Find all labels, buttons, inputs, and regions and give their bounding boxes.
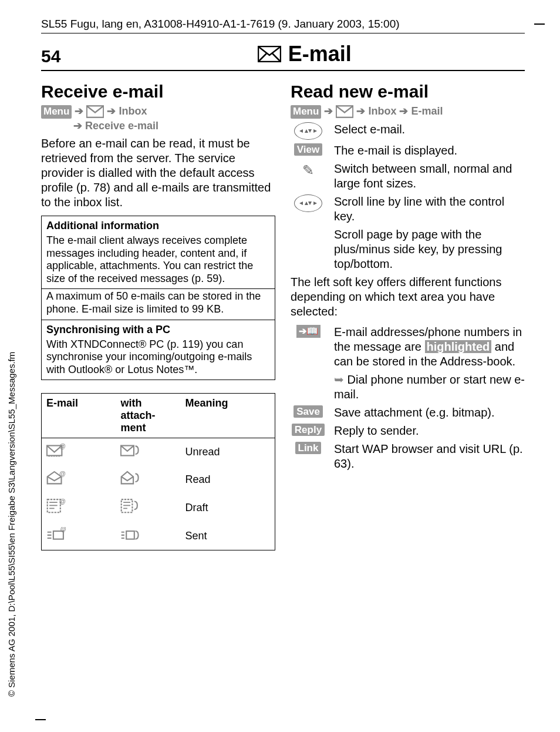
path-email: E-mail: [411, 105, 443, 117]
arrow-icon: ➔: [107, 105, 119, 117]
email-icon-table: E-mail with attach-ment Meaning @ Unread…: [41, 393, 275, 550]
addressbook-desc: E-mail addresses/phone numbers in the me…: [334, 325, 525, 369]
arrow-icon: ➔: [75, 105, 86, 117]
arrow-icon: ➔: [356, 105, 368, 117]
scroll-page-desc: Scroll page by page with the plus/minus …: [334, 227, 525, 271]
receive-body: Before an e-mail can be read, it must be…: [41, 136, 275, 210]
page-title: E-mail: [84, 42, 525, 66]
doc-path: SL55 Fugu, lang en, A31008-H4910-A1-1-76…: [41, 18, 400, 30]
item-dial: ➥ Dial phone number or start new e-mail.: [291, 372, 525, 402]
read-menu-path: Menu ➔ ➔ Inbox ➔ E-mail: [291, 104, 525, 119]
arrow-icon: ➔: [399, 105, 411, 117]
page-number: 54: [41, 46, 60, 66]
receive-heading: Receive e-mail: [41, 82, 275, 102]
meaning-draft: Draft: [180, 493, 275, 522]
item-addressbook: ➔📖 E-mail addresses/phone numbers in the…: [291, 325, 525, 369]
svg-rect-8: [122, 499, 133, 512]
view-desc: The e-mail is displayed.: [334, 143, 525, 158]
read-heading: Read new e-mail: [291, 82, 525, 102]
reply-desc: Reply to sender.: [334, 424, 525, 438]
meaning-read: Read: [180, 466, 275, 493]
page-title-text: E-mail: [288, 42, 352, 66]
sent-email-icon: @: [46, 527, 66, 542]
draft-email-icon: @: [46, 498, 66, 515]
unread-email-icon: @: [46, 443, 66, 458]
receive-menu-path: Menu ➔ ➔ Inbox ➔ Receive e-mail: [41, 104, 275, 133]
handset-icon: ➥: [334, 373, 348, 386]
crop-mark-icon: [534, 23, 545, 25]
crop-mark-icon: [35, 719, 46, 720]
read-attach-icon: [120, 471, 140, 486]
svg-text:@: @: [59, 471, 66, 477]
table-row: @ Unread: [42, 438, 275, 466]
reply-softkey[interactable]: Reply: [292, 424, 325, 436]
th-attach: with attach-ment: [116, 394, 180, 438]
info-box: Additional information The e-mail client…: [41, 216, 275, 380]
item-scroll-line: ◂ ▴▾ ▸ Scroll line by line with the cont…: [291, 194, 525, 224]
svg-text:@: @: [60, 527, 66, 532]
page-title-row: 54 E-mail: [41, 42, 525, 71]
item-scroll-page: Scroll page by page with the plus/minus …: [291, 227, 525, 271]
th-email: E-mail: [42, 394, 116, 438]
table-row: @ Read: [42, 466, 275, 493]
softkey-intro: The left soft key offers different funct…: [291, 275, 525, 319]
pen-icon: ✎: [296, 162, 320, 179]
meaning-unread: Unread: [180, 438, 275, 466]
svg-rect-11: [127, 531, 135, 539]
svg-rect-9: [53, 531, 63, 539]
link-softkey[interactable]: Link: [295, 442, 322, 454]
save-softkey[interactable]: Save: [294, 405, 323, 418]
item-view: View The e-mail is displayed.: [291, 143, 525, 158]
view-softkey[interactable]: View: [294, 143, 322, 156]
item-font: ✎ Switch between small, normal and large…: [291, 162, 525, 191]
path-inbox: Inbox: [368, 105, 396, 117]
meaning-sent: Sent: [180, 522, 275, 550]
info-p1: The e-mail client always receives comple…: [42, 233, 275, 288]
copyright-sidebar: © Siemens AG 2001, D:\Pool\L55\SI55\en F…: [6, 352, 16, 697]
sync-title: Synchronising with a PC: [42, 320, 275, 337]
item-link: Link Start WAP browser and visit URL (p.…: [291, 442, 525, 471]
info-p2: A maximum of 50 e-mails can be stored in…: [42, 289, 275, 319]
svg-text:@: @: [59, 498, 66, 505]
table-row: @ Draft: [42, 493, 275, 522]
draft-attach-icon: [120, 498, 140, 515]
envelope-icon: [86, 105, 104, 118]
arrow-icon: ➔: [73, 120, 85, 132]
sent-attach-icon: [120, 527, 140, 542]
right-column: Read new e-mail Menu ➔ ➔ Inbox ➔ E-mail …: [291, 82, 525, 550]
dial-text: Dial phone number or start new e-mail.: [334, 373, 525, 401]
link-desc: Start WAP browser and visit URL (p. 63).: [334, 442, 525, 471]
arrow-icon: ➔: [324, 105, 336, 117]
svg-rect-6: [48, 499, 60, 512]
item-save: Save Save attachment (e.g. bitmap).: [291, 405, 525, 420]
envelope-icon: [336, 105, 353, 118]
scroll-line-desc: Scroll line by line with the control key…: [334, 194, 525, 224]
font-desc: Switch between small, normal and large f…: [334, 162, 525, 191]
save-desc: Save attachment (e.g. bitmap).: [334, 405, 525, 420]
menu-softkey[interactable]: Menu: [41, 105, 72, 119]
addressbook-icon[interactable]: ➔📖: [296, 325, 321, 338]
highlighted-label: highlighted: [425, 340, 492, 353]
svg-text:@: @: [59, 443, 66, 449]
nav-key-icon: ◂ ▴▾ ▸: [294, 122, 322, 140]
table-row: @ Sent: [42, 522, 275, 550]
menu-softkey[interactable]: Menu: [291, 105, 321, 119]
unread-attach-icon: [120, 443, 140, 458]
nav-key-icon: ◂ ▴▾ ▸: [294, 194, 322, 212]
envelope-icon: [258, 46, 281, 62]
path-receive: Receive e-mail: [85, 120, 158, 132]
document-header: SL55 Fugu, lang en, A31008-H4910-A1-1-76…: [41, 18, 525, 33]
item-select: ◂ ▴▾ ▸ Select e-mail.: [291, 122, 525, 140]
path-inbox: Inbox: [119, 105, 147, 117]
left-column: Receive e-mail Menu ➔ ➔ Inbox ➔ Receive …: [41, 82, 275, 550]
read-email-icon: @: [46, 471, 66, 486]
sync-body: With XTNDConnect® PC (p. 119) you can sy…: [42, 337, 275, 380]
info-title: Additional information: [42, 216, 275, 233]
item-reply: Reply Reply to sender.: [291, 424, 525, 438]
select-desc: Select e-mail.: [334, 122, 525, 140]
th-meaning: Meaning: [180, 394, 275, 438]
dial-desc: ➥ Dial phone number or start new e-mail.: [334, 372, 525, 402]
